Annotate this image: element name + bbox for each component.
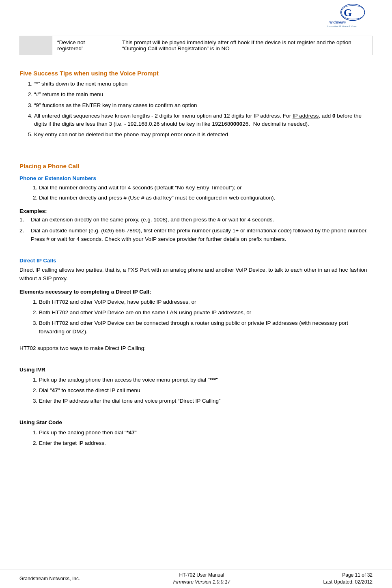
- table-row: “Device not registered” This prompt will…: [20, 36, 373, 55]
- list-item: Dial "47" to access the direct IP call m…: [39, 386, 373, 395]
- list-item: Both HT702 and other VoIP Device can be …: [39, 319, 373, 336]
- list-item: Pick up the analog phone then access the…: [39, 376, 373, 384]
- phone-numbers-heading: Phone or Extension Numbers: [19, 175, 373, 181]
- direct-ip-heading: Direct IP Calls: [19, 258, 373, 264]
- svg-text:randstream: randstream: [329, 20, 346, 24]
- list-item: Dial the number directly and press # (Us…: [39, 194, 373, 202]
- list-item: “9” functions as the ENTER key in many c…: [34, 101, 373, 109]
- elements-list: Both HT702 and other VoIP Device, have p…: [39, 298, 373, 336]
- elements-label: Elements necessary to completing a Direc…: [19, 288, 373, 296]
- footer-manual-title: HT-702 User Manual: [173, 572, 230, 579]
- list-item: Both HT702 and other VoIP Device, have p…: [39, 298, 373, 307]
- example-text: Dial an extension directly on the same p…: [31, 216, 373, 224]
- table-cell-label: “Device not registered”: [52, 36, 117, 55]
- table-cell-description: This prompt will be played immediately a…: [117, 36, 373, 55]
- using-star-label: Using Star Code: [19, 418, 373, 427]
- list-item: All entered digit sequences have known l…: [34, 112, 373, 129]
- list-item: Dial the number directly and wait for 4 …: [39, 184, 373, 192]
- footer-center: HT-702 User Manual Firmware Version 1.0.…: [173, 572, 230, 586]
- svg-text:G: G: [344, 7, 352, 19]
- list-item: Enter the target IP address.: [39, 439, 373, 448]
- using-ivr-label: Using IVR: [19, 366, 373, 374]
- footer: Grandstream Networks, Inc. HT-702 User M…: [0, 569, 392, 588]
- footer-left: Grandstream Networks, Inc.: [19, 576, 80, 582]
- logo-area: G randstream Innovative IP Voice & Video: [320, 4, 373, 30]
- footer-right: Page 11 of 32 Last Updated: 02/2012: [323, 572, 373, 586]
- footer-firmware: Firmware Version 1.0.0.17: [173, 579, 230, 586]
- page: G randstream Innovative IP Voice & Video…: [0, 0, 392, 588]
- examples-label: Examples:: [19, 208, 373, 214]
- footer-page: Page 11 of 32: [323, 572, 373, 579]
- table-cell-empty: [20, 36, 52, 55]
- star-steps-list: Pick up the analog phone then dial "*47"…: [39, 429, 373, 448]
- list-item: Enter the IP address after the dial tone…: [39, 397, 373, 406]
- list-item: “*” shifts down to the next menu option: [34, 80, 373, 88]
- example-num: 2.: [19, 227, 31, 244]
- svg-text:Innovative IP Voice & Video: Innovative IP Voice & Video: [327, 25, 357, 28]
- example-2: 2. Dial an outside number (e.g. (626) 66…: [19, 227, 373, 244]
- ht702-note: HT702 supports two ways to make Direct I…: [19, 344, 373, 353]
- list-item: “#” returns to the main menu: [34, 90, 373, 99]
- tips-heading: Five Success Tips when using the Voice P…: [19, 70, 373, 77]
- example-text: Dial an outside number (e.g. (626) 666-7…: [31, 227, 373, 244]
- tips-list: “*” shifts down to the next menu option …: [34, 80, 373, 139]
- device-table: “Device not registered” This prompt will…: [19, 36, 373, 55]
- placing-heading: Placing a Phone Call: [19, 163, 373, 170]
- list-item: Both HT702 and other VoIP Device are on …: [39, 309, 373, 317]
- example-num: 1.: [19, 216, 31, 224]
- placing-steps-list: Dial the number directly and wait for 4 …: [39, 184, 373, 203]
- footer-date: Last Updated: 02/2012: [323, 579, 373, 586]
- list-item: Pick up the analog phone then dial "*47": [39, 429, 373, 437]
- grandstream-logo: G randstream Innovative IP Voice & Video: [324, 4, 373, 28]
- direct-ip-intro: Direct IP calling allows two parties, th…: [19, 266, 373, 283]
- example-1: 1. Dial an extension directly on the sam…: [19, 216, 373, 224]
- ivr-steps-list: Pick up the analog phone then access the…: [39, 376, 373, 406]
- list-item: Key entry can not be deleted but the pho…: [34, 131, 373, 139]
